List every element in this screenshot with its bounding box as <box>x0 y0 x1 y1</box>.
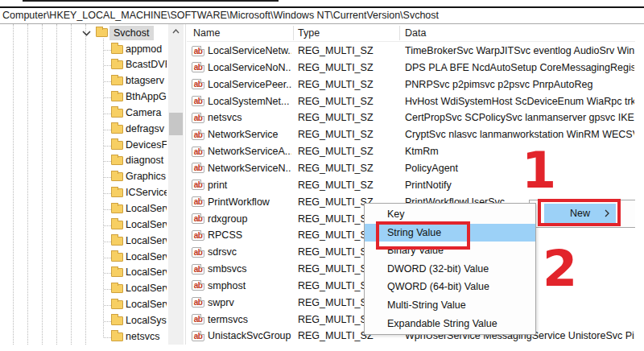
tree-item-label: LocalServ <box>126 265 167 281</box>
tree-branch-stub <box>104 225 111 226</box>
string-value-icon: ab <box>192 213 204 224</box>
string-value-icon: ab <box>192 79 204 89</box>
tree-item-btagserv[interactable]: btagserv <box>0 73 167 89</box>
value-name: swprv <box>208 295 291 312</box>
registry-value-row-networkservicen[interactable]: ab NetworkServiceN... REG_MULTI_SZ Polic… <box>187 160 635 177</box>
tree-item-svchost[interactable]: Svchost <box>0 25 168 41</box>
tree-item-localserv[interactable]: LocalServ <box>0 233 167 250</box>
chevron-up-icon <box>172 29 180 34</box>
tree-item-localserv[interactable]: LocalServ <box>0 201 167 217</box>
tree-item-label: diagnost <box>126 153 167 169</box>
tree-item-label: defragsv <box>126 122 167 138</box>
value-type: REG_MULTI_SZ <box>298 126 388 143</box>
tree-branch-stub <box>104 289 111 290</box>
tree-item-localserv[interactable]: LocalServ <box>0 217 167 233</box>
value-type: REG_MULTI_SZ <box>298 177 388 194</box>
value-type: REG_MULTI_SZ <box>298 76 388 93</box>
column-header-type[interactable]: Type <box>298 24 320 42</box>
tree-item-bcastdvr[interactable]: BcastDVR <box>0 57 167 73</box>
tree-branch-stub <box>104 258 111 258</box>
tree-item-camera[interactable]: Camera <box>0 105 167 122</box>
column-separator[interactable] <box>399 26 400 40</box>
tree-branch-stub <box>104 273 111 274</box>
scrollbar-up-button[interactable] <box>168 24 184 38</box>
tree-item-icservice[interactable]: ICService <box>0 185 167 201</box>
folder-icon <box>111 316 123 325</box>
tree-item-localserv[interactable]: LocalServ <box>0 265 167 281</box>
folder-icon <box>111 204 123 213</box>
tree-item-devicesf[interactable]: DevicesF <box>0 138 167 154</box>
column-header-data[interactable]: Data <box>405 24 426 42</box>
value-type: REG_MULTI_SZ <box>298 143 388 160</box>
scrollbar-thumb[interactable] <box>169 113 183 135</box>
tree-item-label: Graphics <box>126 169 167 185</box>
registry-value-row-localservicenetw[interactable]: ab LocalServiceNetw... REG_MULTI_SZ Time… <box>187 43 635 60</box>
registry-value-row-netsvcs[interactable]: ab netsvcs REG_MULTI_SZ CertPropSvc SCPo… <box>187 109 635 126</box>
tree-item-label: appmod <box>126 42 167 58</box>
tree-branch-stub <box>104 177 111 178</box>
tree-item-localserv[interactable]: LocalServ <box>0 297 167 313</box>
value-type: REG_MULTI_SZ <box>298 160 388 177</box>
folder-icon <box>111 268 123 277</box>
registry-value-row-print[interactable]: ab print REG_MULTI_SZ PrintNotify <box>187 177 635 194</box>
value-type: REG_MULTI_SZ <box>298 43 388 60</box>
menu-item-multi-string-value[interactable]: Multi-String Value <box>365 296 535 315</box>
tree-item-label: LocalSyst <box>126 313 167 329</box>
chevron-down-icon[interactable] <box>82 31 91 36</box>
address-bar[interactable]: Computer\HKEY_LOCAL_MACHINE\SOFTWARE\Mic… <box>0 8 644 23</box>
value-data: TimeBrokerSvc WarpJITSvc eventlog AudioS… <box>405 43 634 60</box>
tree-item-localsyst[interactable]: LocalSyst <box>0 313 167 329</box>
tree-item-diagnost[interactable]: diagnost <box>0 153 167 169</box>
string-value-icon: ab <box>192 147 204 157</box>
value-data: PNRPSvc p2pimsvc p2psvc PnrpAutoReg <box>405 76 634 93</box>
menu-item-expandable-string-value[interactable]: Expandable String Value <box>365 315 535 333</box>
string-value-icon: ab <box>192 331 204 341</box>
menu-item-dword-32-bit-value[interactable]: DWORD (32-bit) Value <box>365 260 535 279</box>
tree-item-graphics[interactable]: Graphics <box>0 169 167 185</box>
tree-item-label: BthAppG <box>126 89 167 105</box>
tree-item-label: LocalServ <box>126 281 167 297</box>
tree-root-label: Svchost <box>109 26 154 40</box>
string-value-icon: ab <box>192 264 204 275</box>
tree-item-appmod[interactable]: appmod <box>0 42 167 58</box>
tree-branch-stub <box>104 193 111 194</box>
registry-tree-pane: Svchost appmod BcastDVR btagserv BthAppG… <box>0 24 168 345</box>
registry-value-row-networkservicea[interactable]: ab NetworkServiceA... REG_MULTI_SZ KtmRm <box>187 143 635 160</box>
string-value-icon: ab <box>192 130 204 140</box>
annotation-box-string-value <box>376 221 470 250</box>
registry-value-row-networkservice[interactable]: ab NetworkService REG_MULTI_SZ CryptSvc … <box>187 126 635 143</box>
value-name: netsvcs <box>208 109 291 126</box>
annotation-box-new <box>538 199 621 226</box>
tree-item-defragsv[interactable]: defragsv <box>0 122 167 138</box>
menu-item-label: QWORD (64-bit) Value <box>387 281 489 292</box>
registry-value-row-localsystemnet[interactable]: ab LocalSystemNet... REG_MULTI_SZ HvHost… <box>187 93 635 110</box>
tree-branch-stub <box>104 65 111 66</box>
value-type: REG_MULTI_SZ <box>298 60 388 76</box>
annotation-step-1: 1 <box>522 146 556 196</box>
column-separator[interactable] <box>293 26 294 40</box>
pane-splitter[interactable] <box>185 24 186 345</box>
tree-item-label: LocalServ <box>126 250 167 266</box>
string-value-icon: ab <box>192 314 204 324</box>
folder-icon <box>111 172 123 181</box>
string-value-icon: ab <box>192 230 204 241</box>
menu-item-qword-64-bit-value[interactable]: QWORD (64-bit) Value <box>365 278 535 296</box>
tree-branch-stub <box>104 337 111 338</box>
value-name: smphost <box>208 278 291 295</box>
string-value-icon: ab <box>192 196 204 207</box>
registry-value-row-localservicenon[interactable]: ab LocalServiceNoN... REG_MULTI_SZ DPS P… <box>187 60 635 76</box>
tree-branch-stub <box>104 305 111 306</box>
tree-item-localserv[interactable]: LocalServ <box>0 281 167 297</box>
tree-branch-stub <box>104 209 111 210</box>
value-name: rdxgroup <box>208 211 291 228</box>
tree-item-netsvcs[interactable]: netsvcs <box>0 329 167 345</box>
tree-item-localserv[interactable]: LocalServ <box>0 250 167 266</box>
column-header-name[interactable]: Name <box>193 24 220 42</box>
folder-icon <box>111 188 123 197</box>
tree-item-label: BcastDVR <box>126 57 167 73</box>
tree-item-bthappg[interactable]: BthAppG <box>0 89 167 105</box>
tree-scrollbar[interactable] <box>168 24 184 345</box>
value-name: NetworkServiceN... <box>208 160 291 177</box>
value-data: DPS PLA BFE NcdAutoSetup CoreMessagingRe… <box>405 60 634 76</box>
registry-value-row-localservicepeer[interactable]: ab LocalServicePeer... REG_MULTI_SZ PNRP… <box>187 76 635 93</box>
